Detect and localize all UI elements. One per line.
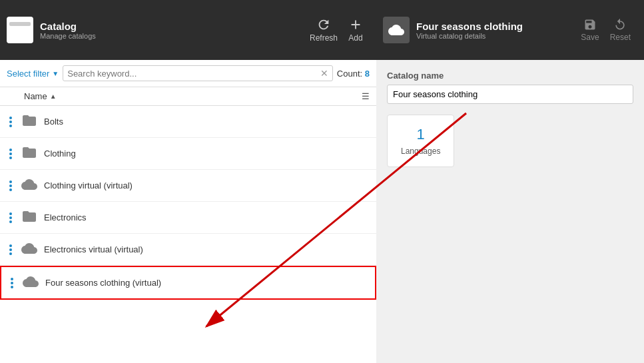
col-menu-icon[interactable]: ☰: [362, 91, 370, 101]
row-label: Electronics virtual (virtual): [44, 244, 143, 254]
table-row[interactable]: Clothing: [0, 138, 376, 170]
row-drag-handle: [5, 212, 16, 223]
reset-icon: [613, 18, 627, 31]
catalog-name-label: Catalog name: [387, 71, 633, 81]
count-badge: Count: 8: [337, 69, 370, 79]
table-row[interactable]: Electronics virtual (virtual): [0, 234, 376, 266]
reset-label: Reset: [610, 33, 631, 42]
add-label: Add: [348, 33, 362, 43]
col-name-label: Name: [24, 91, 47, 101]
folder-icon: [21, 113, 37, 131]
select-filter-label: Select filter: [7, 69, 49, 79]
catalog-detail-icon: [388, 22, 404, 38]
reset-button[interactable]: Reset: [610, 18, 631, 42]
refresh-icon: [316, 17, 331, 32]
right-header-icon: [383, 17, 410, 43]
row-label: Electronics: [44, 212, 87, 222]
row-label: Four seasons clothing (virtual): [45, 278, 161, 288]
save-label: Save: [581, 33, 599, 42]
right-content: Catalog name 1 Languages: [376, 60, 644, 363]
row-drag-handle: [5, 244, 16, 255]
languages-count: 1: [401, 126, 440, 143]
row-drag-handle: [7, 278, 17, 288]
add-icon: [348, 17, 363, 32]
table-row[interactable]: Clothing virtual (virtual): [0, 170, 376, 202]
row-label: Clothing virtual (virtual): [44, 181, 133, 190]
search-wrapper: ✕: [63, 65, 333, 81]
table-header: Name ▲ ☰: [0, 87, 376, 106]
table-row[interactable]: Bolts: [0, 106, 376, 138]
table-row[interactable]: Electronics: [0, 202, 376, 234]
cloud-icon: [21, 240, 37, 258]
cloud-icon: [23, 274, 39, 292]
svg-rect-1: [9, 22, 31, 26]
refresh-label: Refresh: [310, 33, 338, 43]
languages-tile[interactable]: 1 Languages: [387, 115, 454, 167]
catalog-title: Catalog: [40, 21, 96, 32]
catalog-icon: [7, 17, 33, 43]
row-label: Clothing: [44, 149, 76, 159]
save-icon: [583, 18, 597, 31]
cloud-icon: [21, 177, 37, 194]
right-header-subtitle: Virtual catalog details: [416, 32, 523, 40]
refresh-button[interactable]: Refresh: [310, 17, 338, 43]
folder-icon: [21, 208, 37, 226]
catalog-subtitle: Manage catalogs: [40, 32, 96, 40]
table-body: Bolts Clothing: [0, 106, 376, 363]
row-label: Bolts: [44, 117, 63, 127]
search-input[interactable]: [67, 69, 320, 79]
row-drag-handle: [5, 149, 16, 159]
select-filter-button[interactable]: Select filter ▼: [7, 69, 59, 79]
add-button[interactable]: Add: [348, 17, 363, 43]
folder-icon: [21, 145, 37, 163]
languages-label: Languages: [401, 147, 440, 156]
row-drag-handle: [5, 117, 16, 127]
catalog-name-input[interactable]: [387, 85, 633, 104]
save-button[interactable]: Save: [581, 18, 599, 42]
right-header-title: Four seasons clothing: [416, 21, 523, 32]
chevron-down-icon: ▼: [52, 70, 59, 77]
table-row-selected[interactable]: Four seasons clothing (virtual): [0, 266, 376, 300]
clear-search-button[interactable]: ✕: [320, 68, 328, 79]
row-drag-handle: [5, 181, 16, 191]
filter-bar: Select filter ▼ ✕ Count: 8: [0, 60, 376, 87]
sort-asc-icon[interactable]: ▲: [50, 93, 57, 100]
